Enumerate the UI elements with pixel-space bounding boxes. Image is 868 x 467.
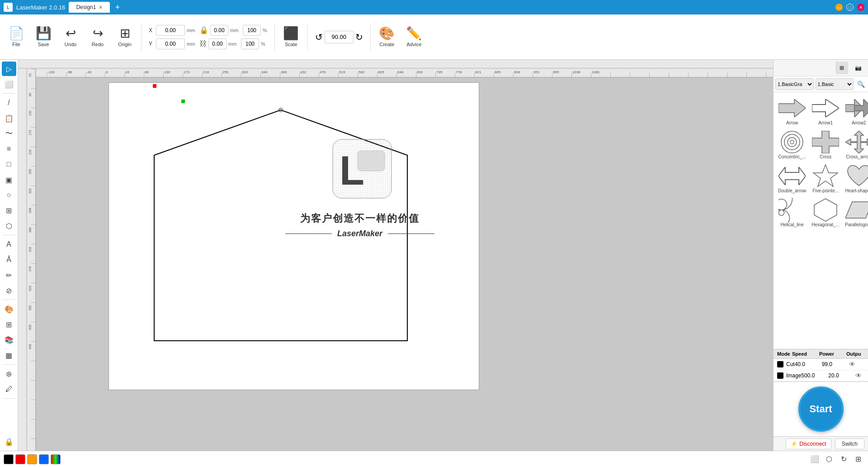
curve-tool[interactable]: 〜 [2,126,16,141]
image-visibility-toggle[interactable]: 👁 [855,372,868,379]
tab-close-button[interactable]: × [99,4,102,11]
shape-item-arrow[interactable]: Arrow [776,95,808,127]
canvas-logo: L [326,133,398,205]
canvas-inner[interactable]: L 为客户创造不一样的价值 LaserMaker [27,69,773,451]
chain-icon[interactable]: ⛓ [199,40,207,48]
shape-search-button[interactable]: 🔍 [855,79,866,90]
scale-button[interactable]: ⬛ Scale [278,19,304,55]
shape-category-select-1[interactable]: 1.BasicGra [775,78,814,90]
five-pointed-shape-icon [812,165,839,187]
origin-button[interactable]: ⊞ Origin [112,19,137,55]
svg-rect-48 [27,69,36,451]
shape-label-cross: Cross [820,154,831,159]
table-tool[interactable]: ▦ [2,348,16,362]
minimize-button[interactable]: — [835,4,843,11]
rect-select-tool[interactable]: ⬜ [808,453,821,466]
distribute-tool[interactable]: ⊞ [2,203,16,218]
shape-item-helical[interactable]: Helical_line [776,197,808,229]
color-red[interactable] [15,454,25,464]
shape-item-cross[interactable]: Cross [810,129,841,161]
grid2-tool[interactable]: ⊞ [2,317,16,332]
shape-item-double-arrow[interactable]: Double_arrow [776,163,808,195]
rotate-cw-icon[interactable]: ↻ [355,32,363,43]
svg-text:692: 692 [417,70,423,74]
file-button[interactable]: 📄 File [4,19,29,55]
color-gradient[interactable] [51,454,61,464]
redo-button[interactable]: ↪ Redo [85,19,110,55]
color-black[interactable] [4,454,14,464]
arrange-tool[interactable]: ⊛ [2,367,16,381]
line-tool[interactable]: / [2,95,16,110]
advice-button[interactable]: ✏️ Advice [401,19,427,55]
svg-text:86: 86 [145,70,149,74]
trace-tool[interactable]: 🖊 [2,382,16,396]
w-pct-input[interactable] [243,25,261,36]
tagline-left-line [285,234,332,234]
canvas-paper[interactable]: L 为客户创造不一样的价值 LaserMaker [108,82,479,390]
cut-visibility-toggle[interactable]: 👁 [849,361,867,368]
node-tool[interactable]: ⬜ [2,77,16,91]
shape-item-arrow2[interactable]: Arrow2 [843,95,868,127]
h-input[interactable] [208,38,226,49]
rect-tool[interactable]: □ [2,157,16,172]
panel-camera-icon[interactable]: 📷 [852,62,864,74]
close-button[interactable]: ✕ [857,4,864,11]
shape-item-cross-arrow[interactable]: Cross_arrow [843,129,868,161]
undo-button[interactable]: ↩ Undo [58,19,83,55]
shape-item-parallelogram[interactable]: Parallelogram [843,197,868,229]
rotate-ccw-icon[interactable]: ↺ [315,32,323,43]
add-tab-button[interactable]: + [115,3,120,12]
color-orange[interactable] [27,454,37,464]
shape-category-select-2[interactable]: 1.Basic [816,78,854,90]
maximize-button[interactable]: □ [846,4,854,11]
toolbar-separator-4 [370,24,371,51]
circle-tool[interactable]: ○ [2,188,16,202]
layer-col-mode: Mode [777,351,792,357]
lasso-select-tool[interactable]: ⬡ [823,453,835,466]
arrow1-shape-icon [812,97,839,119]
layers-tool[interactable]: 📚 [2,333,16,347]
shape-item-hexagonal[interactable]: Hexagonal_... [810,197,841,229]
shape-item-concentric[interactable]: Concentric_... [776,129,808,161]
w-input[interactable] [210,25,228,36]
start-button[interactable]: Start [798,386,844,432]
undo-icon: ↩ [66,27,76,40]
lock-btn[interactable]: 🔒 [2,434,16,449]
fill-tool[interactable]: 🎨 [2,302,16,316]
disconnect-button[interactable]: ⚡ Disconnect [786,438,831,449]
erase-tool[interactable]: ⊘ [2,283,16,298]
svg-point-74 [784,134,800,150]
layer-row-cut[interactable]: Cut 40.0 99.0 👁 [774,359,868,370]
layer-tool[interactable]: 📋 [2,111,16,125]
save-button[interactable]: 💾 Save [31,19,56,55]
design-tab[interactable]: Design1 × [69,2,109,13]
color-blue[interactable] [39,454,49,464]
switch-button[interactable]: Switch [835,438,864,449]
origin-icon: ⊞ [120,27,130,40]
layer-row-image[interactable]: Image 500.0 20.0 👁 [774,370,868,381]
x-input[interactable] [156,25,185,36]
rotate-tool[interactable]: ↻ [837,453,850,466]
polygon-tool[interactable]: ⬡ [2,219,16,233]
rotation-input[interactable] [325,31,354,43]
canvas-area[interactable]: // Will be drawn via JS below [18,60,773,451]
shape-item-heart[interactable]: Heart-shaped [843,163,868,195]
y-input[interactable] [156,38,185,49]
text-tool[interactable]: A [2,237,16,252]
double-arrow-shape-icon [778,165,806,187]
align-tool[interactable]: ≡ [2,142,16,156]
grid-view-tool[interactable]: ⊞ [852,453,864,466]
shape-item-five-pointed[interactable]: Five-pointe... [810,163,841,195]
pencil-tool[interactable]: ✏ [2,268,16,282]
cut-mode-label: Cut [786,361,795,367]
frame-tool[interactable]: ▣ [2,172,16,187]
select-tool[interactable]: ▷ [2,62,16,76]
panel-view-icon[interactable]: ⊞ [835,62,848,74]
shape-item-arrow1[interactable]: Arrow1 [810,95,841,127]
svg-text:173: 173 [184,70,190,74]
text-align-tool[interactable]: Ā [2,253,16,267]
shape-grid: Arrow Arrow1 Arrow2 [774,92,868,232]
lock-icon[interactable]: 🔒 [199,26,208,34]
h-pct-input[interactable] [241,38,259,49]
create-button[interactable]: 🎨 Create [374,19,400,55]
